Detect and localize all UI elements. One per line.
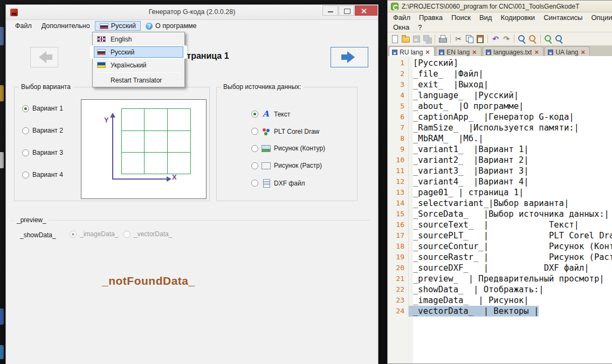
- next-page-button[interactable]: [331, 47, 368, 67]
- maximize-button[interactable]: [339, 5, 354, 16]
- prev-page-button[interactable]: [30, 47, 58, 67]
- line-number: 2: [388, 68, 409, 79]
- tab-label: UA lang: [555, 49, 578, 56]
- notepad-menubar: Файл Правка Поиск Вид Кодировки Синтакси…: [388, 12, 612, 32]
- editor-line[interactable]: 11_variant3_ |Вариант 3|: [388, 166, 612, 176]
- close-tab-icon[interactable]: [472, 50, 478, 56]
- editor-line[interactable]: 4_language_ |Русский|: [388, 90, 612, 101]
- close-button[interactable]: [355, 5, 377, 16]
- radio-vector-data[interactable]: _vectorData_: [123, 230, 172, 238]
- radio-variant-3[interactable]: Вариант 3: [22, 149, 63, 156]
- radio-variant-2[interactable]: Вариант 2: [22, 127, 63, 134]
- desktop-icon[interactable]: [0, 308, 4, 325]
- editor-line[interactable]: 3_exit_ |Выход|: [388, 79, 612, 90]
- paste-icon[interactable]: [475, 34, 485, 44]
- editor-line[interactable]: 24_vectorData_ | Векторы |: [388, 306, 612, 317]
- ru-flag-icon: [100, 23, 108, 29]
- open-folder-icon[interactable]: [401, 34, 410, 44]
- line-number: 23: [388, 295, 409, 306]
- radio-source-text[interactable]: Текст: [251, 110, 290, 118]
- zoom-in-icon[interactable]: [544, 34, 553, 44]
- radio-label: Вариант 1: [32, 105, 63, 112]
- npp-menu-encoding[interactable]: Кодировки: [496, 13, 539, 22]
- editor-line[interactable]: 10_variant2_ |Вариант 2|: [388, 155, 612, 166]
- close-tab-icon[interactable]: [534, 50, 540, 56]
- desktop-icon[interactable]: [0, 345, 4, 359]
- print-icon[interactable]: [438, 34, 448, 44]
- menu-advanced[interactable]: Дополнительно: [37, 21, 95, 31]
- editor[interactable]: 1[Русский]2_file_ |Файл|3_exit_ |Выход|4…: [388, 56, 612, 363]
- radio-source-raster[interactable]: Рисунок (Растр): [251, 162, 322, 169]
- editor-line[interactable]: 14_selectvariant_|Выбор варианта|: [388, 198, 612, 209]
- line-number: 19: [388, 252, 409, 263]
- replace-icon[interactable]: [528, 34, 538, 44]
- editor-line[interactable]: 18_sourceContur_| Рисунок (Контур)|: [388, 241, 612, 252]
- radio-icon: [22, 149, 29, 156]
- copy-icon[interactable]: [464, 34, 474, 44]
- editor-line[interactable]: 23_imageData_ | Рисунок|: [388, 295, 612, 306]
- close-tab-icon[interactable]: [580, 50, 586, 56]
- app-titlebar[interactable]: Генератор G-кода (2.0.0.28): [6, 5, 378, 20]
- desktop-icon[interactable]: [0, 27, 4, 45]
- line-text: _variant3_ |Вариант 3|: [409, 166, 529, 176]
- line-number: 3: [388, 79, 409, 90]
- editor-line[interactable]: 16_sourceText_ | Текст|: [388, 219, 612, 230]
- editor-line[interactable]: 19_sourceRastr_ | Рисунок (Растр)|: [388, 252, 612, 263]
- editor-line[interactable]: 17_sourcePLT_ | PLT Corel Draw|: [388, 230, 612, 241]
- preview-group-label: _preview_: [15, 216, 49, 224]
- zoom-out-icon[interactable]: [554, 34, 564, 44]
- editor-line[interactable]: 2_file_ |Файл|: [388, 68, 612, 79]
- redo-icon[interactable]: ↷: [501, 34, 511, 44]
- npp-menu-syntax[interactable]: Синтаксисы: [539, 13, 587, 22]
- npp-menu-options[interactable]: Опции: [587, 13, 612, 22]
- menu-item-english[interactable]: English: [94, 33, 183, 45]
- line-text: _RamSize_ |Используется памяти:|: [409, 122, 579, 133]
- line-text: _variant4_ |Вариант 4|: [409, 176, 529, 187]
- editor-line[interactable]: 5_about_ |О программе|: [388, 101, 612, 112]
- radio-source-contour[interactable]: Рисунок (Контур): [251, 145, 325, 152]
- save-all-icon[interactable]: [422, 34, 432, 44]
- radio-source-dxf[interactable]: DXF файл: [251, 179, 305, 187]
- menu-file[interactable]: Файл: [10, 21, 37, 31]
- editor-line[interactable]: 21_preview_ | Предварительный просмотр|: [388, 273, 612, 284]
- editor-line[interactable]: 9_variant1_ |Вариант 1|: [388, 144, 612, 155]
- menu-item-ukrainian[interactable]: Український: [94, 59, 183, 71]
- line-text: _vectorData_ | Векторы |: [409, 306, 539, 317]
- line-number: 22: [388, 284, 409, 295]
- menu-item-russian[interactable]: Русский: [94, 46, 183, 58]
- menu-language[interactable]: Русский: [95, 21, 141, 31]
- new-file-icon[interactable]: [390, 34, 400, 44]
- editor-line[interactable]: 6_captionApp_ |Генератор G-кода|: [388, 112, 612, 122]
- npp-menu-view[interactable]: Вид: [475, 13, 497, 22]
- desktop-icon[interactable]: [0, 152, 4, 168]
- undo-icon[interactable]: ↶: [491, 34, 500, 44]
- x-axis: [112, 178, 169, 180]
- radio-source-plt[interactable]: PLT Corel Draw: [251, 127, 319, 135]
- editor-line[interactable]: 1[Русский]: [388, 58, 612, 68]
- radio-variant-4[interactable]: Вариант 4: [22, 171, 63, 178]
- find-icon[interactable]: [517, 34, 527, 44]
- npp-menu-edit[interactable]: Правка: [415, 13, 447, 22]
- menu-about[interactable]: О программе: [141, 21, 201, 31]
- radio-image-data[interactable]: _imageData_: [70, 230, 118, 238]
- editor-line[interactable]: 7_RamSize_ |Используется памяти:|: [388, 122, 612, 133]
- save-icon[interactable]: [411, 34, 421, 44]
- editor-line[interactable]: 12_variant4_ |Вариант 4|: [388, 176, 612, 187]
- npp-menu-file[interactable]: Файл: [389, 13, 415, 22]
- editor-line[interactable]: 13_page01_ | страница 1|: [388, 187, 612, 198]
- editor-line[interactable]: 20_sourceDXF_ | DXF файл|: [388, 263, 612, 273]
- radio-variant-1[interactable]: Вариант 1: [22, 105, 63, 112]
- file-icon: [392, 50, 397, 55]
- close-tab-icon[interactable]: [425, 50, 431, 56]
- npp-menu-windows[interactable]: Окна: [389, 23, 414, 31]
- npp-menu-help[interactable]: ?: [414, 23, 426, 31]
- cut-icon[interactable]: ✂: [453, 34, 463, 44]
- editor-line[interactable]: 22_showData_ | Отображать:|: [388, 284, 612, 295]
- editor-line[interactable]: 8_MbRAM_ |Мб.|: [388, 133, 612, 144]
- npp-menu-search[interactable]: Поиск: [447, 13, 475, 22]
- editor-line[interactable]: 15_SorceData_ |Выбор источника данных:|: [388, 209, 612, 219]
- minimize-button[interactable]: [322, 5, 338, 16]
- menu-item-restart-translator[interactable]: Restart Translator: [94, 74, 183, 86]
- notepad-titlebar[interactable]: Z:\PROJECTS\0060_program for CNC\001_Too…: [388, 1, 612, 12]
- desktop-icon[interactable]: [0, 85, 4, 101]
